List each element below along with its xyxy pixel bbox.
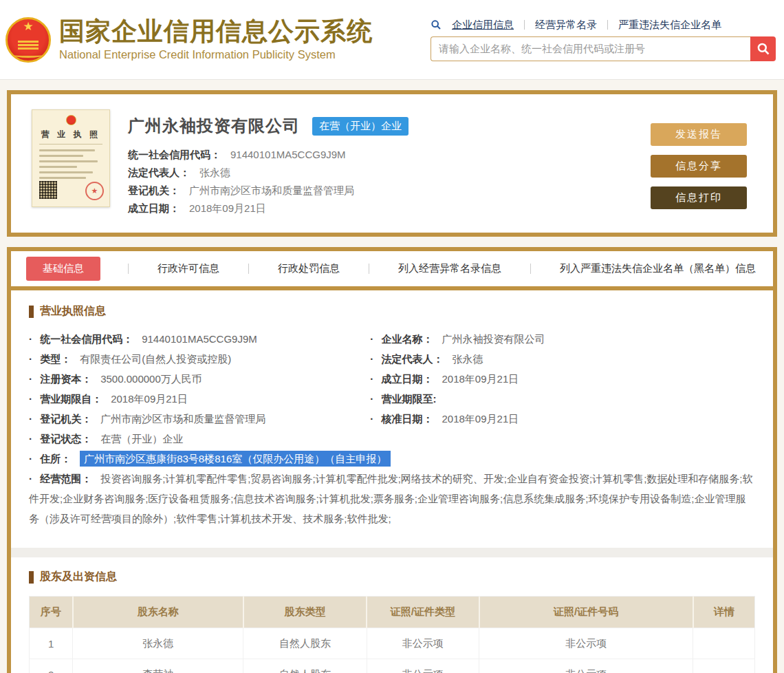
- print-info-button[interactable]: 信息打印: [651, 186, 747, 209]
- license-emblem-icon: [66, 115, 76, 125]
- company-card-fields: 统一社会信用代码： 91440101MA5CCG9J9M 法定代表人： 张永德 …: [128, 146, 633, 217]
- tab-separator: [128, 264, 129, 274]
- cell-name: 张永德: [73, 628, 243, 659]
- field-address: 住所：广州市南沙区惠康街83号8楼816室（仅限办公用途）（自主申报）: [29, 449, 370, 469]
- col-header-detail: 详情: [693, 597, 755, 628]
- license-divider: [39, 144, 102, 145]
- nav-separator: [524, 20, 525, 30]
- cell-detail: [693, 628, 755, 659]
- card-field-registration-authority: 登记机关： 广州市南沙区市场和质量监督管理局: [128, 182, 633, 200]
- tab-abnormal-operations-list[interactable]: 列入经营异常名录信息: [397, 257, 503, 281]
- emblem-gate-shape: [18, 41, 39, 50]
- license-title: 营 业 执 照: [39, 129, 102, 140]
- nav-link-serious-violations[interactable]: 严重违法失信企业名单: [618, 19, 721, 32]
- search-icon: [756, 42, 770, 56]
- col-header-index: 序号: [30, 597, 73, 628]
- tab-administrative-licensing[interactable]: 行政许可信息: [156, 257, 221, 281]
- company-summary-card: 营 业 执 照 ★ 广州永袖投资有限公司 在营（开业）企业 统一社会信用代码： …: [7, 90, 777, 237]
- field-company-type: 类型：有限责任公司(自然人投资或控股): [29, 349, 370, 369]
- business-license-thumbnail[interactable]: 营 业 执 照 ★: [32, 109, 110, 207]
- license-red-seal: ★: [85, 182, 104, 200]
- share-info-button[interactable]: 信息分享: [651, 155, 747, 178]
- nav-link-enterprise-credit[interactable]: 企业信用信息: [452, 19, 514, 32]
- search-category-icon: [431, 19, 442, 30]
- license-info-right-column: 企业名称：广州永袖投资有限公司 法定代表人：张永德 成立日期：2018年09月2…: [370, 329, 755, 469]
- company-name: 广州永袖投资有限公司: [128, 115, 300, 137]
- company-name-row: 广州永袖投资有限公司 在营（开业）企业: [128, 115, 633, 137]
- detail-tabs: 基础信息 行政许可信息 行政处罚信息 列入经营异常名录信息 列入严重违法失信企业…: [11, 251, 773, 286]
- field-registered-capital: 注册资本：3500.000000万人民币: [29, 369, 370, 389]
- col-header-cert-type: 证照/证件类型: [367, 597, 479, 628]
- field-term-from: 营业期限自：2018年09月21日: [29, 389, 370, 409]
- field-approval-date: 核准日期：2018年09月21日: [370, 409, 755, 429]
- emblem-star-icon: ★: [23, 21, 33, 32]
- company-card-main: 广州永袖投资有限公司 在营（开业）企业 统一社会信用代码： 91440101MA…: [128, 109, 633, 217]
- card-field-legal-representative: 法定代表人： 张永德: [128, 164, 633, 182]
- tab-administrative-penalty[interactable]: 行政处罚信息: [276, 257, 341, 281]
- search-bar: [431, 36, 776, 61]
- site-subtitle: National Enterprise Credit Information P…: [59, 48, 373, 61]
- cell-cert-type: 非公示项: [367, 659, 479, 673]
- brand-text: 国家企业信用信息公示系统 National Enterprise Credit …: [59, 18, 373, 61]
- nav-separator: [607, 20, 608, 30]
- cell-type: 自然人股东: [243, 628, 367, 659]
- search-category-links: 企业信用信息 经营异常名录 严重违法失信企业名单: [431, 19, 776, 32]
- address-highlighted-value: 广州市南沙区惠康街83号8楼816室（仅限办公用途）（自主申报）: [80, 451, 391, 467]
- search-button[interactable]: [750, 36, 776, 61]
- send-report-button[interactable]: 发送报告: [651, 123, 747, 146]
- national-emblem-logo: ★: [6, 17, 51, 63]
- card-field-establishment-date: 成立日期： 2018年09月21日: [128, 200, 633, 217]
- tab-serious-violations-blacklist[interactable]: 列入严重违法失信企业名单（黑名单）信息: [558, 257, 757, 281]
- nav-link-abnormal-operations[interactable]: 经营异常名录: [535, 19, 597, 32]
- cell-cert-type: 非公示项: [367, 628, 479, 659]
- col-header-type: 股东类型: [243, 597, 367, 628]
- site-title: 国家企业信用信息公示系统: [59, 18, 373, 46]
- tab-separator: [248, 264, 249, 274]
- table-row: 2 李荣袖 自然人股东 非公示项 非公示项: [30, 659, 755, 673]
- cell-cert-no: 非公示项: [479, 628, 693, 659]
- cell-index: 1: [30, 628, 73, 659]
- col-header-cert-no: 证照/证件号码: [479, 597, 693, 628]
- card-field-credit-code: 统一社会信用代码： 91440101MA5CCG9J9M: [128, 146, 633, 164]
- field-establishment-date: 成立日期：2018年09月21日: [370, 369, 755, 389]
- field-credit-code: 统一社会信用代码：91440101MA5CCG9J9M: [29, 329, 370, 349]
- field-legal-representative: 法定代表人：张永德: [370, 349, 755, 369]
- tab-separator: [369, 264, 369, 274]
- field-registration-authority: 登记机关：广州市南沙区市场和质量监督管理局: [29, 409, 370, 429]
- license-qr-code: [39, 181, 57, 199]
- table-row: 1 张永德 自然人股东 非公示项 非公示项: [30, 628, 755, 659]
- search-input[interactable]: [431, 36, 750, 61]
- col-header-name: 股东名称: [73, 597, 243, 628]
- license-info-left-column: 统一社会信用代码：91440101MA5CCG9J9M 类型：有限责任公司(自然…: [29, 329, 370, 469]
- header-search-area: 企业信用信息 经营异常名录 严重违法失信企业名单: [431, 19, 776, 61]
- detail-container: 基础信息 行政许可信息 行政处罚信息 列入经营异常名录信息 列入严重违法失信企业…: [7, 247, 777, 673]
- license-info-fields: 统一社会信用代码：91440101MA5CCG9J9M 类型：有限责任公司(自然…: [29, 329, 755, 469]
- cell-index: 2: [30, 659, 73, 673]
- field-registration-status: 登记状态：在营（开业）企业: [29, 429, 370, 449]
- section-heading-license-info: 营业执照信息: [29, 304, 755, 319]
- business-license-info-section: 营业执照信息 统一社会信用代码：91440101MA5CCG9J9M 类型：有限…: [11, 290, 773, 548]
- cell-name: 李荣袖: [73, 659, 243, 673]
- company-card-actions: 发送报告 信息分享 信息打印: [651, 123, 747, 217]
- site-brand: ★ 国家企业信用信息公示系统 National Enterprise Credi…: [6, 17, 373, 63]
- page-body: 营 业 执 照 ★ 广州永袖投资有限公司 在营（开业）企业 统一社会信用代码： …: [0, 80, 784, 673]
- company-status-badge: 在营（开业）企业: [312, 117, 409, 136]
- section-gap: [11, 548, 773, 557]
- shareholders-section: 股东及出资信息 序号 股东名称 股东类型 证照/证件类型 证照/证件号码 详情: [11, 557, 773, 673]
- emblem-wreath-shape: [13, 52, 43, 58]
- section-heading-shareholders: 股东及出资信息: [29, 570, 755, 584]
- field-business-scope: 经营范围：投资咨询服务;计算机零配件零售;贸易咨询服务;计算机零配件批发;网络技…: [29, 469, 755, 528]
- field-company-name: 企业名称：广州永袖投资有限公司: [370, 329, 755, 349]
- cell-cert-no: 非公示项: [479, 659, 693, 673]
- shareholders-table-header-row: 序号 股东名称 股东类型 证照/证件类型 证照/证件号码 详情: [30, 597, 755, 628]
- shareholders-table: 序号 股东名称 股东类型 证照/证件类型 证照/证件号码 详情 1 张永德 自然…: [29, 596, 755, 673]
- site-header: ★ 国家企业信用信息公示系统 National Enterprise Credi…: [0, 0, 784, 80]
- tab-basic-info[interactable]: 基础信息: [26, 257, 100, 281]
- cell-detail: [693, 659, 755, 673]
- cell-type: 自然人股东: [243, 659, 367, 673]
- field-term-to: 营业期限至:: [370, 389, 755, 409]
- tab-separator: [530, 264, 531, 274]
